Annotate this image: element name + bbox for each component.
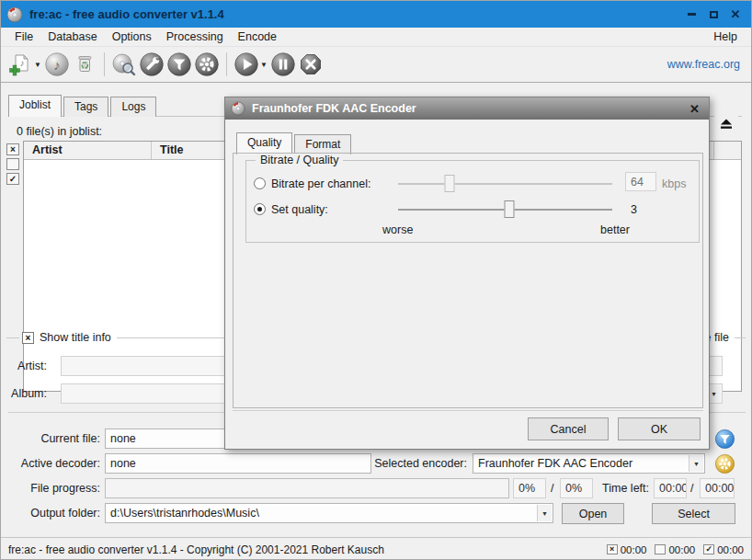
dialog-app-icon [231,101,245,116]
cddb-magnifier-icon [111,51,137,77]
start-encoding-button[interactable] [233,51,260,78]
column-header-stub [714,142,741,159]
bitrate-slider-thumb[interactable] [444,175,454,192]
menu-item-database[interactable]: Database [40,29,105,45]
active-decoder-label: Active decoder: [8,457,100,470]
ok-button[interactable]: OK [618,417,701,440]
svg-text:♪: ♪ [20,58,25,68]
album-label: Album: [8,387,47,400]
track-percent-value: 0% [513,478,546,498]
scale-row: worse better [246,220,699,240]
quality-row: Set quality: 3 [246,200,699,220]
quality-radio[interactable] [254,203,266,215]
wrench-icon [139,51,165,77]
select-none-button[interactable] [6,158,19,170]
general-settings-button[interactable] [138,51,165,78]
add-cd-tracks-button[interactable]: ♪ [43,51,71,78]
statusbar-text: fre:ac - free audio converter v1.1.4 - C… [8,543,384,556]
show-title-info-label: Show title info [40,331,111,344]
encoder-settings-button[interactable] [193,51,221,78]
quality-slider-thumb[interactable] [505,200,515,218]
play-icon [234,51,259,77]
processing-sphere-button[interactable] [714,429,735,450]
funnel-icon [166,51,192,77]
scale-better-label: better [600,223,630,236]
time-left-total: 00:00 [700,478,735,498]
dialog-tab-quality[interactable]: Quality [236,132,292,154]
website-link[interactable]: www.freac.org [667,58,746,71]
artist-label: Artist: [8,360,47,372]
chevron-down-icon: ▼ [711,391,717,397]
time-selected-tracks: × 00:00 [607,544,647,555]
output-folder-combo[interactable]: d:\Users\tristanrhodes\Music\ ▼ [105,503,553,523]
bitrate-slider[interactable] [398,183,612,185]
bitrate-row: Bitrate per channel: 64 kbps [246,174,699,194]
dialog-close-button[interactable]: ✕ [686,102,703,116]
selected-encoder-combo-arrow[interactable]: ▼ [689,455,703,472]
minimize-button[interactable] [685,8,698,21]
tab-tags[interactable]: Tags [63,97,108,117]
statusbar: fre:ac - free audio converter v1.1.4 - C… [1,537,751,560]
toolbar-separator [104,52,105,76]
cddb-query-button[interactable] [110,51,138,78]
empty-box-icon [655,544,666,554]
output-folder-combo-arrow[interactable]: ▼ [537,505,552,521]
tab-joblist[interactable]: Joblist [8,95,62,117]
close-button[interactable]: ✕ [729,8,742,21]
quality-slider[interactable] [398,209,612,211]
maximize-button[interactable] [707,8,720,21]
time-left-track: 00:00 [654,478,687,498]
show-title-info-toggle[interactable]: × [22,332,34,344]
start-encoding-dropdown-arrow[interactable]: ▼ [260,61,268,69]
menu-item-encode[interactable]: Encode [231,29,284,45]
x-box-icon: × [607,544,618,554]
toggle-selection-button[interactable]: ✓ [6,173,19,185]
window-title: fre:ac - free audio converter v1.1.4 [29,7,224,21]
configure-encoder-button[interactable] [714,453,735,474]
window-controls: ✕ [685,8,746,21]
dialog-titlebar: Fraunhofer FDK AAC Encoder ✕ [225,97,709,120]
menubar: File Database Options Processing Encode … [1,28,751,47]
eject-cd-button[interactable] [714,114,738,133]
statusbar-times: × 00:00 00:00 ✓ 00:00 [607,544,744,555]
time-left-label: Time left: [598,482,649,495]
bitrate-value-field[interactable]: 64 [625,172,656,191]
open-folder-button[interactable]: Open [562,503,624,524]
scale-worse-label: worse [382,223,413,236]
select-all-button[interactable]: × [6,143,19,155]
select-folder-button[interactable]: Select [652,503,735,524]
menu-item-help[interactable]: Help [706,29,745,45]
bitrate-unit: kbps [662,177,686,190]
chevron-down-icon: ▼ [541,510,548,517]
gear-icon [194,51,220,77]
funnel-blue-icon [714,429,735,450]
selected-encoder-label: Selected encoder: [373,457,467,470]
dialog-tab-format[interactable]: Format [294,134,351,154]
menu-item-processing[interactable]: Processing [159,29,231,45]
processing-settings-button[interactable] [165,51,193,78]
joblist-count: 0 file(s) in joblist: [17,125,102,138]
trash-icon [72,51,97,77]
time-value: 00:00 [668,544,695,555]
separator-line [6,337,19,338]
tab-logs[interactable]: Logs [110,97,156,117]
app-icon [6,6,23,23]
add-files-dropdown-arrow[interactable]: ▼ [34,61,41,69]
titlebar: fre:ac - free audio converter v1.1.4 ✕ [1,1,751,28]
add-files-button[interactable]: ♪ [6,51,34,78]
selected-encoder-combo[interactable]: Fraunhofer FDK AAC Encoder ▼ [473,453,705,474]
quality-value: 3 [631,203,637,216]
pause-encoding-button[interactable] [269,51,297,78]
separator-line [735,337,746,338]
column-header-artist[interactable]: Artist [24,142,152,159]
menu-item-options[interactable]: Options [105,29,159,45]
menu-item-file[interactable]: File [7,29,40,45]
file-progress-row: File progress: 0% / 0% Time left: 00:00 … [1,478,751,498]
selected-encoder-value: Fraunhofer FDK AAC Encoder [478,457,632,470]
stop-encoding-button[interactable] [297,51,325,78]
cancel-button[interactable]: Cancel [528,417,609,440]
add-cd-tracks-icon: ♪ [44,51,70,77]
bitrate-radio[interactable] [254,177,266,189]
file-progress-bar [105,478,509,498]
clear-joblist-button[interactable] [71,51,98,78]
